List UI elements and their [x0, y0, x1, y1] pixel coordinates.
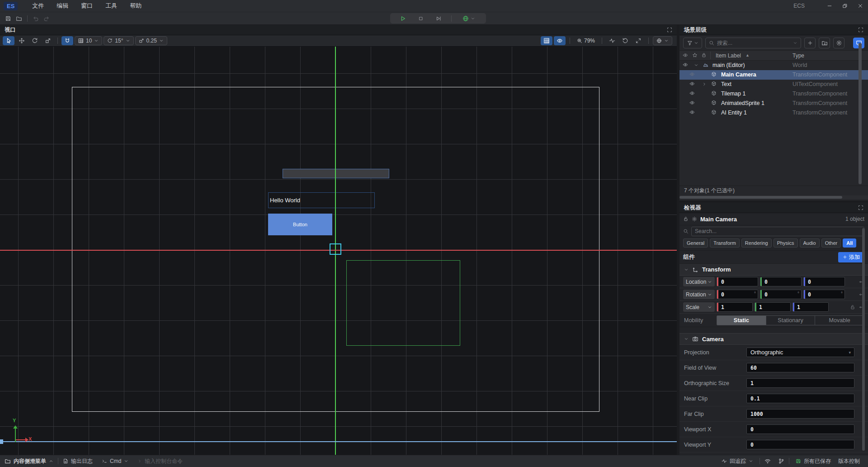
save-button[interactable]: [3, 14, 14, 24]
rotation-dropdown[interactable]: Rotation: [683, 290, 715, 299]
scale-snap-dropdown[interactable]: 0.25: [135, 36, 167, 45]
gizmo-visibility-button[interactable]: [554, 36, 566, 45]
viewport-y-input[interactable]: 0: [746, 440, 854, 449]
play-button[interactable]: [397, 14, 408, 24]
move-tool-button[interactable]: [16, 36, 28, 45]
scene-canvas[interactable]: Hello World Button Y X: [0, 47, 677, 455]
redo-button[interactable]: [41, 14, 52, 24]
scene-button-object[interactable]: Button: [268, 214, 332, 235]
tab-general[interactable]: General: [683, 238, 708, 248]
menu-item-help[interactable]: 帮助: [123, 0, 148, 12]
branch-button[interactable]: [775, 458, 787, 464]
rotation-y-input[interactable]: 0°: [760, 290, 802, 299]
column-item-label[interactable]: Item Label: [716, 52, 741, 59]
scene-text-object[interactable]: Hello World: [268, 192, 375, 208]
hierarchy-row-tilemap[interactable]: Tilemap 1 TransformComponent: [679, 89, 868, 99]
location-dropdown[interactable]: Location: [683, 277, 715, 286]
lock-open-icon[interactable]: [850, 305, 855, 310]
grid-visibility-button[interactable]: [541, 36, 552, 45]
minimize-button[interactable]: [822, 0, 837, 12]
chevron-right-icon[interactable]: [702, 82, 707, 86]
menu-item-file[interactable]: 文件: [26, 0, 50, 12]
lock-column-icon[interactable]: [701, 52, 707, 58]
location-y-input[interactable]: 0: [760, 277, 802, 286]
location-z-input[interactable]: 0: [803, 277, 845, 286]
zoom-control[interactable]: 79%: [574, 38, 598, 44]
column-type[interactable]: Type: [793, 52, 804, 59]
content-drawer-button[interactable]: 内容侧滑菜单: [0, 455, 58, 467]
trace-dropdown[interactable]: 回追踪: [717, 457, 758, 465]
menu-item-edit[interactable]: 编辑: [50, 0, 75, 12]
viewport-expand-button[interactable]: [667, 27, 672, 33]
tab-transform[interactable]: Transform: [710, 238, 740, 248]
eye-icon[interactable]: [689, 81, 695, 86]
hierarchy-expand-button[interactable]: [858, 27, 863, 33]
hierarchy-row-main-camera[interactable]: Main Camera TransformComponent: [679, 70, 868, 80]
grid-snap-dropdown[interactable]: 10: [75, 36, 102, 45]
gizmo-x-axis[interactable]: [16, 439, 26, 440]
tab-physics[interactable]: Physics: [774, 238, 798, 248]
filter-dropdown[interactable]: [683, 38, 702, 48]
orthographic-size-input[interactable]: 1: [746, 378, 854, 388]
hierarchy-row-main[interactable]: main (Editor) World: [679, 61, 868, 70]
rotation-z-input[interactable]: 0°: [803, 290, 845, 299]
eye-icon[interactable]: [689, 71, 695, 77]
rotation-x-input[interactable]: 0°: [717, 290, 758, 299]
fit-view-button[interactable]: [632, 36, 644, 45]
camera-section-header[interactable]: Camera: [679, 333, 868, 345]
hierarchy-row-text[interactable]: Text UITextComponent: [679, 80, 868, 89]
add-entity-button[interactable]: [804, 38, 816, 48]
inspector-expand-button[interactable]: [858, 205, 863, 210]
tab-all[interactable]: All: [843, 238, 856, 248]
add-component-button[interactable]: 添加: [838, 252, 864, 262]
world-mode-dropdown[interactable]: [459, 14, 479, 24]
hierarchy-search-input[interactable]: [717, 40, 790, 46]
projection-dropdown[interactable]: Orthographic ▾: [746, 348, 854, 357]
menu-item-window[interactable]: 窗口: [75, 0, 99, 12]
hierarchy-search[interactable]: [705, 38, 801, 48]
hierarchy-vscrollbar[interactable]: [859, 43, 862, 184]
scale-y-input[interactable]: 1: [755, 302, 791, 312]
tab-other[interactable]: Other: [821, 238, 841, 248]
mobility-static[interactable]: Static: [717, 316, 766, 325]
rotate-tool-button[interactable]: [29, 36, 41, 45]
rotate-snap-dropdown[interactable]: 15°: [104, 36, 133, 45]
viewport-mode-dropdown[interactable]: [653, 36, 672, 45]
hierarchy-hscrollbar[interactable]: [679, 195, 868, 199]
scene-panel-object[interactable]: [283, 169, 389, 178]
hierarchy-settings-button[interactable]: [833, 38, 844, 48]
hierarchy-row-animatedsprite[interactable]: AnimatedSprite 1 TransformComponent: [679, 99, 868, 108]
scale-x-input[interactable]: 1: [717, 302, 753, 312]
eye-icon[interactable]: [683, 62, 688, 67]
undo-button[interactable]: [30, 14, 41, 24]
gear-icon[interactable]: [692, 216, 697, 222]
new-folder-button[interactable]: [819, 38, 830, 48]
network-status-button[interactable]: [762, 458, 774, 464]
cmd-dropdown[interactable]: Cmd: [97, 455, 133, 467]
eye-icon[interactable]: [689, 110, 695, 115]
scale-z-input[interactable]: 1: [793, 302, 829, 312]
step-button[interactable]: [433, 14, 444, 24]
snap-toggle-button[interactable]: [61, 36, 73, 45]
location-x-input[interactable]: 0: [717, 277, 758, 286]
stats-button[interactable]: [606, 36, 618, 45]
menu-item-tools[interactable]: 工具: [99, 0, 123, 12]
stop-button[interactable]: [415, 14, 426, 24]
transform-section-header[interactable]: Transform: [679, 264, 868, 276]
hierarchy-row-ai-entity[interactable]: AI Entity 1 TransformComponent: [679, 108, 868, 118]
inspector-vscrollbar[interactable]: [862, 228, 865, 451]
mobility-movable[interactable]: Movable: [815, 316, 864, 325]
field-of-view-input[interactable]: 60: [746, 363, 854, 372]
output-log-button[interactable]: 输出日志: [58, 455, 97, 467]
visibility-column-icon[interactable]: [683, 52, 688, 58]
app-logo[interactable]: ES: [4, 2, 18, 10]
scale-tool-button[interactable]: [42, 36, 54, 45]
console-command-input[interactable]: 输入控制台命令: [133, 455, 187, 467]
mobility-stationary[interactable]: Stationary: [766, 316, 816, 325]
chevron-down-icon[interactable]: [694, 63, 698, 67]
select-tool-button[interactable]: [3, 36, 14, 45]
eye-icon[interactable]: [689, 100, 695, 105]
inspector-search-input[interactable]: [695, 228, 861, 234]
maximize-button[interactable]: [837, 0, 853, 12]
save-status[interactable]: 所有已保存: [791, 457, 835, 465]
